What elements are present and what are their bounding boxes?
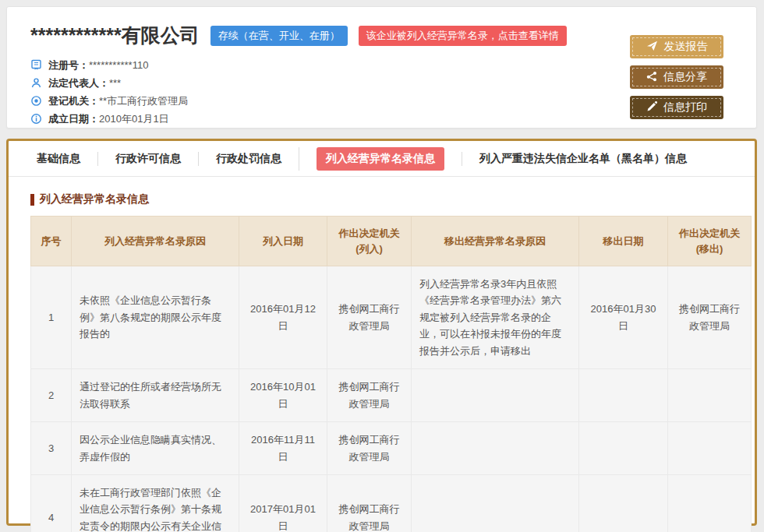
tab-label: 列入严重违法失信企业名单（黑名单）信息 bbox=[479, 152, 687, 164]
establishment-date-value: 2010年01月1日 bbox=[99, 112, 169, 126]
table-row: 3 因公示企业信息隐瞒真实情况、弄虚作假的 2016年11月11日 携创网工商行… bbox=[31, 422, 752, 475]
cell-listing-reason: 未依照《企业信息公示暂行条例》第八条规定的期限公示年度报告的 bbox=[72, 266, 239, 369]
cell-removal-org bbox=[668, 474, 752, 532]
tab[interactable]: 基础信息 bbox=[19, 152, 97, 166]
status-badge: 存续（在营、开业、在册） bbox=[210, 26, 348, 46]
tab-label: 行政许可信息 bbox=[115, 152, 181, 164]
abnormal-records-table: 序号 列入经营异常名录原因 列入日期 作出决定机关(列入) 移出经营异常名录原因… bbox=[30, 216, 752, 532]
tab[interactable]: 行政处罚信息 bbox=[198, 152, 299, 166]
cell-removal-date: 2016年01月30日 bbox=[579, 266, 668, 369]
column-header-removal-reason: 移出经营异常名录原因 bbox=[412, 217, 579, 266]
cell-removal-org: 携创网工商行政管理局 bbox=[668, 266, 752, 369]
cell-index: 4 bbox=[31, 474, 72, 532]
location-icon bbox=[30, 95, 42, 107]
registration-icon bbox=[30, 59, 42, 71]
send-icon bbox=[646, 41, 658, 54]
legal-representative-value: *** bbox=[109, 77, 121, 89]
table-row: 4 未在工商行政管理部门依照《企业信息公示暂行条例》第十条规定责令的期限内公示有… bbox=[31, 474, 752, 532]
registration-authority-label: 登记机关： bbox=[48, 94, 99, 108]
cell-removal-reason bbox=[412, 369, 579, 422]
detail-panel: 基础信息 行政许可信息 行政处罚信息 列入经营异常名录信息 列入严重违法失信企业… bbox=[6, 139, 757, 526]
tab[interactable]: 列入经营异常名录信息 bbox=[299, 147, 462, 171]
pencil-icon bbox=[646, 101, 657, 115]
cell-removal-reason bbox=[412, 474, 579, 532]
table-header-row: 序号 列入经营异常名录原因 列入日期 作出决定机关(列入) 移出经营异常名录原因… bbox=[31, 217, 752, 266]
cell-listing-reason: 通过登记的住所或者经营场所无法取得联系 bbox=[72, 369, 239, 422]
section-title: 列入经营异常名录信息 bbox=[30, 192, 755, 206]
cell-listing-org: 携创网工商行政管理局 bbox=[327, 422, 412, 475]
cell-listing-org: 携创网工商行政管理局 bbox=[327, 369, 412, 422]
share-info-button[interactable]: 信息分享 bbox=[630, 65, 723, 89]
cell-listing-date: 2016年10月01日 bbox=[239, 369, 327, 422]
cell-listing-reason: 未在工商行政管理部门依照《企业信息公示暂行条例》第十条规定责令的期限内公示有关企… bbox=[72, 474, 239, 532]
company-name: ************有限公司 bbox=[30, 23, 200, 48]
tab-label: 列入经营异常名录信息 bbox=[317, 147, 444, 171]
table-row: 2 通过登记的住所或者经营场所无法取得联系 2016年10月01日 携创网工商行… bbox=[31, 369, 752, 422]
info-icon bbox=[30, 113, 42, 125]
cell-index: 3 bbox=[31, 422, 72, 475]
print-info-button[interactable]: 信息打印 bbox=[630, 96, 723, 119]
action-buttons: 发送报告 信息分享 信息打印 bbox=[630, 35, 723, 126]
cell-listing-reason: 因公示企业信息隐瞒真实情况、弄虚作假的 bbox=[72, 422, 239, 475]
share-icon bbox=[646, 71, 657, 84]
column-header-listing-org: 作出决定机关(列入) bbox=[327, 217, 412, 266]
cell-listing-date: 2017年01月01日 bbox=[239, 474, 327, 532]
cell-removal-org bbox=[668, 369, 752, 422]
column-header-listing-date: 列入日期 bbox=[239, 217, 327, 266]
cell-index: 1 bbox=[31, 266, 72, 369]
person-icon bbox=[30, 77, 42, 89]
column-header-removal-date: 移出日期 bbox=[579, 217, 668, 266]
registration-number-label: 注册号： bbox=[48, 58, 89, 72]
cell-removal-reason: 列入经营异常名录3年内且依照《经营异常名录管理办法》第六规定被列入经营异常名录的… bbox=[412, 266, 579, 369]
cell-index: 2 bbox=[31, 369, 72, 422]
cell-removal-date bbox=[579, 369, 668, 422]
tab[interactable]: 列入严重违法失信企业名单（黑名单）信息 bbox=[462, 152, 704, 166]
tab-bar: 基础信息 行政许可信息 行政处罚信息 列入经营异常名录信息 列入严重违法失信企业… bbox=[9, 141, 755, 177]
tab-label: 行政处罚信息 bbox=[216, 152, 281, 164]
send-report-label: 发送报告 bbox=[664, 40, 708, 54]
cell-listing-org: 携创网工商行政管理局 bbox=[327, 266, 412, 369]
column-header-index: 序号 bbox=[31, 217, 72, 266]
legal-representative-label: 法定代表人： bbox=[48, 76, 109, 90]
send-report-button[interactable]: 发送报告 bbox=[630, 35, 723, 58]
cell-removal-date bbox=[579, 422, 668, 475]
abnormal-alert-badge[interactable]: 该企业被列入经营异常名录，点击查看详情 bbox=[359, 26, 567, 46]
cell-removal-org bbox=[668, 422, 752, 475]
cell-listing-date: 2016年01月12日 bbox=[239, 266, 327, 369]
registration-authority-value: **市工商行政管理局 bbox=[99, 94, 188, 108]
cell-removal-reason bbox=[412, 422, 579, 475]
establishment-date-label: 成立日期： bbox=[48, 112, 99, 126]
column-header-listing-reason: 列入经营异常名录原因 bbox=[72, 217, 239, 266]
tab-label: 基础信息 bbox=[37, 152, 80, 164]
share-info-label: 信息分享 bbox=[663, 70, 707, 84]
cell-removal-date bbox=[579, 474, 668, 532]
registration-number-value: ***********110 bbox=[89, 59, 148, 71]
print-info-label: 信息打印 bbox=[663, 100, 707, 115]
table-row: 1 未依照《企业信息公示暂行条例》第八条规定的期限公示年度报告的 2016年01… bbox=[31, 266, 752, 369]
tab[interactable]: 行政许可信息 bbox=[97, 152, 198, 166]
cell-listing-org: 携创网工商行政管理局 bbox=[327, 474, 412, 532]
cell-listing-date: 2016年11月11日 bbox=[239, 422, 327, 475]
company-summary-card: ************有限公司 存续（在营、开业、在册） 该企业被列入经营异常… bbox=[6, 6, 757, 129]
column-header-removal-org: 作出决定机关(移出) bbox=[668, 217, 752, 266]
